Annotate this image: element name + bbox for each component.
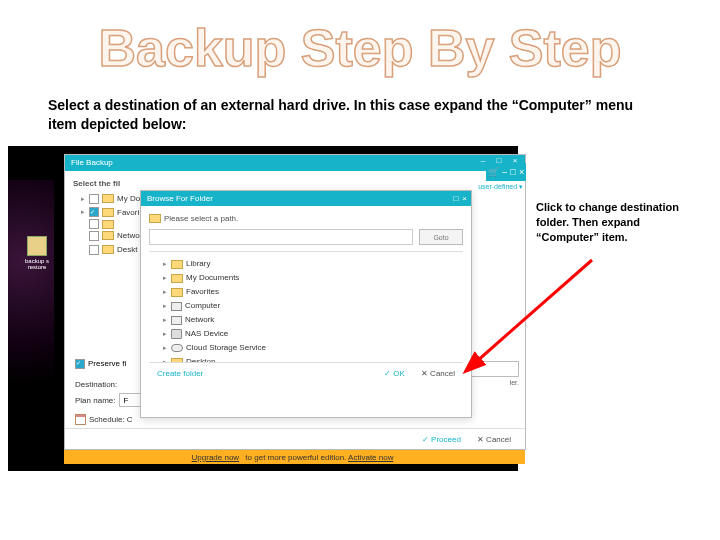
ok-button[interactable]: ✓ OK xyxy=(384,369,405,378)
tree-item-favorites: ▸Favorites xyxy=(161,285,461,299)
tree-item-nas: ▸NAS Device xyxy=(161,327,461,341)
tree-item-library: ▸Library xyxy=(161,257,461,271)
user-defined-dropdown[interactable]: user-defined ▾ xyxy=(478,183,523,191)
select-files-label: Select the fil xyxy=(73,179,517,188)
computer-icon xyxy=(171,302,182,311)
folder-icon xyxy=(149,214,161,223)
dialog-titlebar: Browse For Folder □ × xyxy=(141,191,471,206)
cancel-button[interactable]: ✕ Cancel xyxy=(477,435,511,444)
upgrade-banner[interactable]: Upgrade now to get more powerful edition… xyxy=(64,450,525,464)
path-input[interactable] xyxy=(149,229,413,245)
shortcut-label: backup s restore xyxy=(22,258,52,270)
screenshot-area: backup s restore File Backup – □ × 🛒 – □… xyxy=(8,146,518,471)
activate-link[interactable]: Activate now xyxy=(348,453,393,462)
destination-label: Destination: xyxy=(75,380,117,389)
folder-icon xyxy=(102,231,114,240)
tree-item-network: ▸Network xyxy=(161,313,461,327)
folder-icon xyxy=(171,274,183,283)
nas-icon xyxy=(171,329,182,339)
cloud-icon xyxy=(171,344,183,352)
folder-hint: ler. xyxy=(510,379,519,386)
proceed-button[interactable]: ✓ Proceed xyxy=(422,435,461,444)
folder-icon xyxy=(102,194,114,203)
cart-icon[interactable]: 🛒 xyxy=(488,167,499,177)
folder-icon xyxy=(102,208,114,217)
folder-icon xyxy=(102,245,114,254)
app-title: File Backup xyxy=(71,158,113,167)
app-titlebar: File Backup – □ × xyxy=(65,155,525,171)
dialog-title: Browse For Folder xyxy=(147,194,213,203)
tree-item-computer: ▸Computer xyxy=(161,299,461,313)
schedule-label[interactable]: Schedule: C xyxy=(89,415,133,424)
min2-icon[interactable]: – xyxy=(502,167,507,177)
folder-icon xyxy=(171,288,183,297)
app-toolbar-right[interactable]: 🛒 – □ × xyxy=(486,163,526,181)
preserve-checkbox[interactable]: Preserve fi xyxy=(75,359,126,369)
callout-text: Click to change destination folder. Then… xyxy=(536,200,704,245)
tree-item-desktop: ▸Desktop xyxy=(161,355,461,363)
goto-button[interactable]: Goto xyxy=(419,229,463,245)
desktop-shortcut[interactable]: backup s restore xyxy=(22,236,52,270)
dialog-max-button[interactable]: □ xyxy=(453,191,458,206)
folder-icon xyxy=(171,260,183,269)
folder-icon xyxy=(102,220,114,229)
network-icon xyxy=(171,316,182,325)
max2-icon[interactable]: □ xyxy=(510,167,515,177)
path-prompt: Please select a path. xyxy=(164,214,463,223)
folder-tree[interactable]: ▸Library ▸My Documents ▸Favorites ▸Compu… xyxy=(149,251,463,363)
desktop-wallpaper xyxy=(8,180,54,380)
dialog-close-button[interactable]: × xyxy=(462,191,467,206)
browse-folder-dialog: Browse For Folder □ × Please select a pa… xyxy=(140,190,472,418)
tree-item-mydocs: ▸My Documents xyxy=(161,271,461,285)
slide-title: Backup Step By Step xyxy=(0,18,720,78)
create-folder-link[interactable]: Create folder xyxy=(157,369,203,378)
slide-subtitle: Select a destination of an external hard… xyxy=(48,96,658,134)
shortcut-icon xyxy=(27,236,47,256)
plan-name-label: Plan name: xyxy=(75,396,115,405)
upgrade-link[interactable]: Upgrade now xyxy=(192,453,240,462)
calendar-icon xyxy=(75,414,86,425)
tree-item-cloud: ▸Cloud Storage Service xyxy=(161,341,461,355)
app-footer: ✓ Proceed ✕ Cancel xyxy=(65,428,525,449)
dialog-cancel-button[interactable]: ✕ Cancel xyxy=(421,369,455,378)
close2-icon[interactable]: × xyxy=(519,167,524,177)
